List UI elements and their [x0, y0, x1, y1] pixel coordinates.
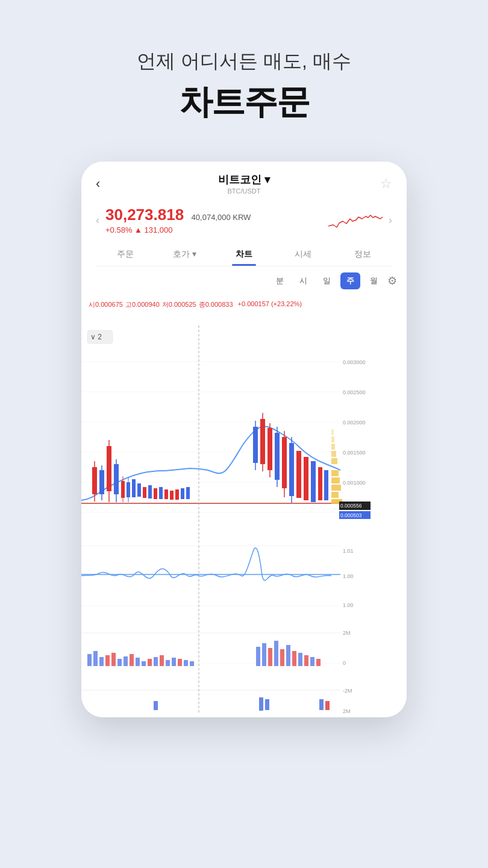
svg-rect-91 [99, 657, 104, 666]
ohlc-high: 고0.000940 [125, 300, 160, 309]
main-chart-svg: 0.003000 0.002500 0.002000 0.001500 0.00… [81, 326, 371, 542]
svg-rect-103 [172, 658, 176, 666]
svg-rect-114 [298, 653, 302, 666]
svg-text:0.001000: 0.001000 [343, 480, 366, 486]
svg-rect-121 [319, 699, 324, 710]
svg-rect-67 [331, 436, 334, 442]
tab-chart[interactable]: 차트 [214, 242, 274, 266]
svg-rect-120 [265, 699, 269, 710]
ohlc-close: 종0.000833 [199, 300, 233, 309]
svg-rect-20 [121, 481, 125, 498]
mini-sparkline-chart [328, 208, 383, 232]
svg-rect-24 [143, 487, 146, 498]
main-price: 30,273.818 40,074,000 KRW [105, 206, 322, 224]
tab-market[interactable]: 시세 [274, 242, 333, 266]
svg-rect-122 [325, 701, 330, 710]
svg-rect-52 [289, 443, 294, 496]
svg-rect-40 [260, 419, 265, 464]
svg-rect-14 [107, 446, 111, 491]
svg-rect-8 [92, 467, 97, 494]
svg-text:0: 0 [343, 660, 346, 666]
ohlc-open: 시0.000675 [89, 300, 123, 309]
svg-rect-62 [331, 485, 341, 491]
svg-rect-100 [154, 657, 158, 666]
price-value: 30,273.818 [105, 206, 184, 224]
tab-bar: 주문 호가 ▾ 차트 시세 정보 [96, 242, 392, 266]
svg-rect-59 [324, 470, 328, 500]
svg-rect-106 [190, 661, 194, 666]
svg-text:0.000503: 0.000503 [340, 512, 362, 518]
svg-rect-63 [331, 492, 339, 498]
price-nav-left[interactable]: ‹ [96, 214, 99, 227]
ohlc-bar: 시0.000675 고0.000940 저0.000525 종0.000833 … [81, 295, 407, 312]
svg-rect-107 [256, 647, 260, 666]
svg-rect-99 [148, 659, 152, 666]
svg-rect-65 [331, 451, 336, 457]
svg-rect-64 [331, 458, 337, 464]
svg-rect-116 [310, 657, 314, 666]
svg-rect-25 [148, 485, 152, 498]
svg-text:1.00: 1.00 [343, 573, 354, 579]
coin-name-area: 비트코인 ▾ BTC/USDT [218, 172, 270, 195]
svg-text:0.002000: 0.002000 [343, 420, 366, 426]
ctrl-week[interactable]: 주 [340, 272, 360, 289]
ctrl-min[interactable]: 분 [270, 272, 290, 289]
price-nav-right[interactable]: › [389, 214, 392, 227]
svg-rect-28 [164, 489, 168, 499]
svg-rect-89 [87, 654, 92, 666]
svg-rect-43 [267, 428, 272, 470]
hero-subtitle: 언제 어디서든 매도, 매수 [0, 48, 488, 75]
ctrl-day[interactable]: 일 [317, 272, 337, 289]
svg-rect-26 [154, 488, 157, 499]
svg-text:∨ 2: ∨ 2 [90, 333, 102, 341]
svg-rect-96 [130, 654, 134, 666]
ohlc-low: 저0.000525 [162, 300, 196, 309]
coin-pair: BTC/USDT [218, 187, 270, 195]
ctrl-month[interactable]: 월 [364, 272, 384, 289]
chart-controls: 분 시 일 주 월 ⚙ [81, 266, 407, 295]
svg-text:2M: 2M [343, 630, 351, 636]
svg-rect-21 [127, 482, 130, 497]
svg-rect-109 [268, 648, 272, 666]
svg-text:2M: 2M [343, 708, 351, 714]
svg-rect-61 [331, 477, 340, 483]
top-bar: ‹ 비트코인 ▾ BTC/USDT ☆ ‹ 30,273.818 40,074,… [81, 162, 407, 266]
phone-frame: ‹ 비트코인 ▾ BTC/USDT ☆ ‹ 30,273.818 40,074,… [81, 162, 407, 717]
svg-text:0.003000: 0.003000 [343, 359, 366, 365]
svg-rect-22 [132, 479, 136, 497]
svg-rect-60 [331, 470, 339, 476]
phone-wrapper: ‹ 비트코인 ▾ BTC/USDT ☆ ‹ 30,273.818 40,074,… [0, 162, 488, 717]
nav-row: ‹ 비트코인 ▾ BTC/USDT ☆ [96, 172, 392, 195]
svg-rect-112 [286, 645, 290, 666]
tab-orderbook[interactable]: 호가 ▾ [155, 242, 214, 266]
svg-rect-115 [304, 655, 308, 666]
svg-rect-119 [259, 697, 263, 711]
svg-text:1.00: 1.00 [343, 602, 354, 608]
svg-rect-29 [170, 491, 174, 500]
svg-rect-101 [160, 655, 164, 666]
svg-rect-113 [292, 651, 296, 666]
svg-rect-46 [275, 433, 280, 480]
price-row: ‹ 30,273.818 40,074,000 KRW +0.58% ▲ 131… [96, 201, 392, 237]
svg-rect-93 [111, 653, 116, 666]
svg-rect-102 [166, 660, 170, 666]
svg-rect-30 [175, 489, 179, 500]
svg-rect-90 [93, 651, 98, 666]
tab-order[interactable]: 주문 [96, 242, 155, 266]
svg-rect-49 [282, 437, 287, 488]
svg-rect-31 [181, 488, 184, 499]
svg-rect-23 [137, 483, 141, 497]
svg-text:0.000556: 0.000556 [340, 503, 362, 509]
svg-rect-56 [304, 457, 308, 500]
price-info: 30,273.818 40,074,000 KRW +0.58% ▲ 131,0… [105, 206, 322, 234]
svg-text:0.002500: 0.002500 [343, 389, 366, 395]
ctrl-hour[interactable]: 시 [293, 272, 313, 289]
favorite-button[interactable]: ☆ [373, 176, 392, 192]
hero-title: 차트주문 [0, 80, 488, 125]
settings-icon[interactable]: ⚙ [387, 274, 397, 288]
coin-name[interactable]: 비트코인 ▾ [218, 172, 270, 187]
svg-rect-57 [311, 461, 316, 502]
tab-info[interactable]: 정보 [333, 242, 392, 266]
svg-rect-11 [99, 470, 104, 494]
back-button[interactable]: ‹ [96, 176, 115, 192]
